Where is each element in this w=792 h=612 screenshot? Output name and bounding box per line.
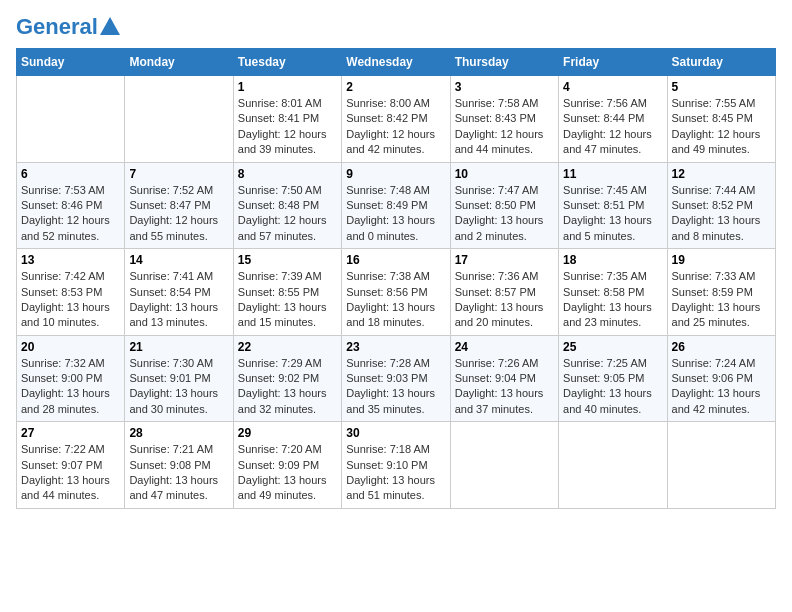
calendar-cell: 29Sunrise: 7:20 AMSunset: 9:09 PMDayligh… [233,422,341,509]
day-number: 1 [238,80,337,94]
day-info: Sunrise: 7:28 AMSunset: 9:03 PMDaylight:… [346,356,445,418]
day-info: Sunrise: 7:36 AMSunset: 8:57 PMDaylight:… [455,269,554,331]
day-number: 21 [129,340,228,354]
day-number: 15 [238,253,337,267]
day-info: Sunrise: 7:24 AMSunset: 9:06 PMDaylight:… [672,356,771,418]
day-info: Sunrise: 7:30 AMSunset: 9:01 PMDaylight:… [129,356,228,418]
calendar-cell: 14Sunrise: 7:41 AMSunset: 8:54 PMDayligh… [125,249,233,336]
day-number: 8 [238,167,337,181]
week-row-4: 20Sunrise: 7:32 AMSunset: 9:00 PMDayligh… [17,335,776,422]
calendar-cell: 6Sunrise: 7:53 AMSunset: 8:46 PMDaylight… [17,162,125,249]
logo-triangle-icon [100,17,120,35]
day-number: 6 [21,167,120,181]
day-number: 5 [672,80,771,94]
calendar-cell: 8Sunrise: 7:50 AMSunset: 8:48 PMDaylight… [233,162,341,249]
calendar-cell: 5Sunrise: 7:55 AMSunset: 8:45 PMDaylight… [667,76,775,163]
day-info: Sunrise: 7:38 AMSunset: 8:56 PMDaylight:… [346,269,445,331]
day-info: Sunrise: 7:35 AMSunset: 8:58 PMDaylight:… [563,269,662,331]
calendar-cell: 30Sunrise: 7:18 AMSunset: 9:10 PMDayligh… [342,422,450,509]
day-header-tuesday: Tuesday [233,49,341,76]
calendar-header: SundayMondayTuesdayWednesdayThursdayFrid… [17,49,776,76]
day-info: Sunrise: 7:58 AMSunset: 8:43 PMDaylight:… [455,96,554,158]
day-info: Sunrise: 7:53 AMSunset: 8:46 PMDaylight:… [21,183,120,245]
day-info: Sunrise: 7:42 AMSunset: 8:53 PMDaylight:… [21,269,120,331]
day-info: Sunrise: 7:41 AMSunset: 8:54 PMDaylight:… [129,269,228,331]
day-info: Sunrise: 7:25 AMSunset: 9:05 PMDaylight:… [563,356,662,418]
day-number: 20 [21,340,120,354]
day-info: Sunrise: 7:45 AMSunset: 8:51 PMDaylight:… [563,183,662,245]
day-number: 26 [672,340,771,354]
calendar-cell: 26Sunrise: 7:24 AMSunset: 9:06 PMDayligh… [667,335,775,422]
day-number: 30 [346,426,445,440]
day-number: 27 [21,426,120,440]
day-number: 9 [346,167,445,181]
day-number: 22 [238,340,337,354]
day-info: Sunrise: 7:47 AMSunset: 8:50 PMDaylight:… [455,183,554,245]
day-number: 19 [672,253,771,267]
day-info: Sunrise: 7:39 AMSunset: 8:55 PMDaylight:… [238,269,337,331]
day-info: Sunrise: 7:26 AMSunset: 9:04 PMDaylight:… [455,356,554,418]
calendar-cell: 19Sunrise: 7:33 AMSunset: 8:59 PMDayligh… [667,249,775,336]
day-header-monday: Monday [125,49,233,76]
day-number: 4 [563,80,662,94]
day-number: 7 [129,167,228,181]
calendar-cell: 21Sunrise: 7:30 AMSunset: 9:01 PMDayligh… [125,335,233,422]
calendar-cell [559,422,667,509]
day-number: 11 [563,167,662,181]
calendar-cell: 22Sunrise: 7:29 AMSunset: 9:02 PMDayligh… [233,335,341,422]
day-number: 28 [129,426,228,440]
day-number: 18 [563,253,662,267]
day-info: Sunrise: 7:48 AMSunset: 8:49 PMDaylight:… [346,183,445,245]
week-row-1: 1Sunrise: 8:01 AMSunset: 8:41 PMDaylight… [17,76,776,163]
day-number: 2 [346,80,445,94]
calendar-cell: 27Sunrise: 7:22 AMSunset: 9:07 PMDayligh… [17,422,125,509]
day-number: 3 [455,80,554,94]
calendar-cell: 10Sunrise: 7:47 AMSunset: 8:50 PMDayligh… [450,162,558,249]
day-number: 12 [672,167,771,181]
calendar-cell: 11Sunrise: 7:45 AMSunset: 8:51 PMDayligh… [559,162,667,249]
calendar-cell: 24Sunrise: 7:26 AMSunset: 9:04 PMDayligh… [450,335,558,422]
day-info: Sunrise: 7:33 AMSunset: 8:59 PMDaylight:… [672,269,771,331]
day-info: Sunrise: 7:21 AMSunset: 9:08 PMDaylight:… [129,442,228,504]
calendar-cell: 18Sunrise: 7:35 AMSunset: 8:58 PMDayligh… [559,249,667,336]
calendar-cell: 20Sunrise: 7:32 AMSunset: 9:00 PMDayligh… [17,335,125,422]
calendar-cell: 16Sunrise: 7:38 AMSunset: 8:56 PMDayligh… [342,249,450,336]
logo: General [16,16,120,38]
calendar-cell: 12Sunrise: 7:44 AMSunset: 8:52 PMDayligh… [667,162,775,249]
calendar-cell: 1Sunrise: 8:01 AMSunset: 8:41 PMDaylight… [233,76,341,163]
day-number: 25 [563,340,662,354]
calendar-table: SundayMondayTuesdayWednesdayThursdayFrid… [16,48,776,509]
day-info: Sunrise: 7:44 AMSunset: 8:52 PMDaylight:… [672,183,771,245]
day-number: 13 [21,253,120,267]
day-header-wednesday: Wednesday [342,49,450,76]
calendar-cell: 28Sunrise: 7:21 AMSunset: 9:08 PMDayligh… [125,422,233,509]
day-number: 17 [455,253,554,267]
calendar-cell [450,422,558,509]
page-header: General [16,16,776,38]
calendar-cell: 13Sunrise: 7:42 AMSunset: 8:53 PMDayligh… [17,249,125,336]
calendar-cell: 17Sunrise: 7:36 AMSunset: 8:57 PMDayligh… [450,249,558,336]
day-info: Sunrise: 7:20 AMSunset: 9:09 PMDaylight:… [238,442,337,504]
day-number: 23 [346,340,445,354]
day-info: Sunrise: 7:29 AMSunset: 9:02 PMDaylight:… [238,356,337,418]
day-info: Sunrise: 7:32 AMSunset: 9:00 PMDaylight:… [21,356,120,418]
calendar-cell: 2Sunrise: 8:00 AMSunset: 8:42 PMDaylight… [342,76,450,163]
day-info: Sunrise: 7:55 AMSunset: 8:45 PMDaylight:… [672,96,771,158]
day-number: 24 [455,340,554,354]
day-header-thursday: Thursday [450,49,558,76]
calendar-cell [667,422,775,509]
day-info: Sunrise: 7:52 AMSunset: 8:47 PMDaylight:… [129,183,228,245]
day-header-saturday: Saturday [667,49,775,76]
day-info: Sunrise: 7:22 AMSunset: 9:07 PMDaylight:… [21,442,120,504]
calendar-cell: 23Sunrise: 7:28 AMSunset: 9:03 PMDayligh… [342,335,450,422]
day-number: 16 [346,253,445,267]
day-info: Sunrise: 7:18 AMSunset: 9:10 PMDaylight:… [346,442,445,504]
day-info: Sunrise: 8:00 AMSunset: 8:42 PMDaylight:… [346,96,445,158]
day-info: Sunrise: 7:50 AMSunset: 8:48 PMDaylight:… [238,183,337,245]
calendar-cell: 25Sunrise: 7:25 AMSunset: 9:05 PMDayligh… [559,335,667,422]
day-header-sunday: Sunday [17,49,125,76]
day-number: 14 [129,253,228,267]
calendar-cell: 9Sunrise: 7:48 AMSunset: 8:49 PMDaylight… [342,162,450,249]
calendar-cell [17,76,125,163]
week-row-2: 6Sunrise: 7:53 AMSunset: 8:46 PMDaylight… [17,162,776,249]
